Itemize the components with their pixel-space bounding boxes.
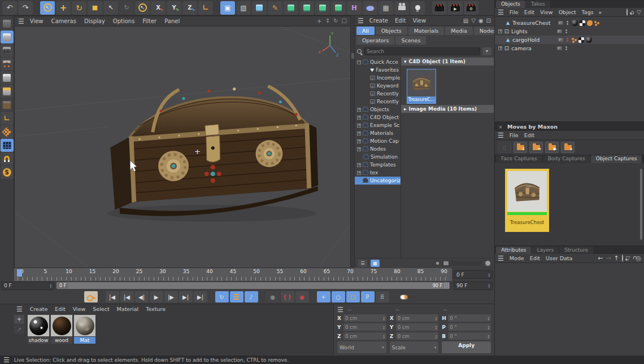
rotate-snap-button[interactable]: ↻ [119, 1, 134, 15]
play-clap-button[interactable]: ▶ [448, 1, 463, 15]
add-cube-button[interactable] [252, 1, 267, 15]
expander-icon[interactable]: + [357, 171, 361, 175]
export-folder-button[interactable]: ↪ [529, 142, 543, 153]
attributes-icon-forward-arrow[interactable]: → [606, 255, 611, 262]
viewport-menu-panel[interactable]: Panel [164, 18, 180, 24]
stepper-icon[interactable]: ▴▾ [488, 283, 490, 288]
attributes-menu-user-data[interactable]: User Data [546, 255, 572, 261]
add-material-button[interactable]: + [14, 315, 24, 324]
om-icon-filter[interactable]: ▽ [637, 9, 641, 15]
attributes-icon-back-arrow[interactable]: ← [598, 255, 603, 262]
material-menu-select[interactable]: Select [93, 306, 109, 312]
play-sound-button[interactable]: ♪ [245, 291, 258, 302]
scale-dropdown[interactable]: Scale▾ [390, 341, 439, 353]
expander-icon[interactable]: + [357, 163, 361, 167]
previous-frame-button[interactable]: ◀| [135, 291, 149, 302]
capture-card[interactable]: TreasureChest [505, 169, 549, 232]
browser-icon-filter[interactable]: ▽ [471, 17, 476, 24]
thumbnail-zoom-slider[interactable] [442, 261, 482, 266]
om-hamburger-icon[interactable]: ☰ [498, 8, 504, 16]
expander-icon[interactable]: + [357, 124, 361, 128]
tree-item-nodes[interactable]: +Nodes [355, 145, 401, 153]
edge-mode-button[interactable] [1, 71, 14, 84]
grid-view-button[interactable]: ▦ [371, 260, 380, 267]
axis-mode-button[interactable]: ∟ [1, 112, 14, 125]
browser-tab-media[interactable]: Media [445, 27, 473, 35]
browser-tab-objects[interactable]: Objects [376, 27, 407, 35]
preview-end-field[interactable]: 90 F ▴▾ [454, 282, 493, 290]
viewport-nav-maximize[interactable]: □ [342, 17, 347, 25]
go-to-start-button[interactable]: |◀ [106, 291, 119, 302]
key-scale-button[interactable]: □ [346, 291, 360, 302]
rotate-tool-button[interactable]: ↻ [72, 1, 86, 15]
expander-icon[interactable]: + [357, 131, 361, 135]
selection-ring-button[interactable]: ↖ [135, 1, 150, 15]
points-tag-icon[interactable] [594, 21, 597, 23]
instance-object-button[interactable] [299, 1, 314, 15]
attributes-menu-edit[interactable]: Edit [530, 255, 540, 261]
stepper-icon[interactable]: ▴▾ [383, 334, 385, 339]
tree-item-motion-cap[interactable]: +Motion Cap [355, 137, 401, 145]
browser-menu-edit[interactable]: Edit [395, 17, 406, 24]
zoom-out-icon[interactable] [436, 262, 439, 265]
stepper-icon[interactable]: ▴▾ [488, 325, 490, 330]
next-key-button[interactable]: ▶| [179, 291, 193, 302]
tweak-mode-button[interactable] [1, 98, 14, 111]
viewport-menu-options[interactable]: Options [113, 18, 135, 24]
polygon-mode-button[interactable] [1, 85, 14, 98]
tree-item-templates[interactable]: +Templates [355, 161, 401, 169]
playhead[interactable] [17, 269, 22, 277]
layer-chip-icon[interactable] [557, 29, 562, 33]
tree-item-example-sc[interactable]: +Example Sc [355, 121, 401, 129]
capsule-button[interactable] [397, 291, 411, 302]
attributes-menu-mode[interactable]: Mode [510, 255, 524, 261]
key-position-button[interactable]: + [317, 291, 330, 302]
browser-icon-monitor[interactable]: ▤ [463, 17, 468, 24]
coordinate-input[interactable]: 0 cm▴▾ [343, 332, 386, 340]
browser-icon-panel[interactable]: ⊡ [486, 17, 491, 24]
play-forward-button[interactable]: ▶ [150, 291, 163, 302]
stepper-icon[interactable]: ▴▾ [436, 325, 437, 330]
moves-scrollbar[interactable] [640, 169, 642, 240]
model-mode-button[interactable] [1, 30, 14, 43]
material-menu-edit[interactable]: Edit [55, 306, 65, 312]
keyframe-bars-button[interactable] [230, 291, 243, 302]
coordinate-input[interactable]: 0 cm▴▾ [396, 332, 439, 340]
coordinate-input[interactable]: 0 cm▴▾ [396, 323, 439, 331]
move-axes-button[interactable]: ↖ [103, 1, 118, 15]
points-tag-icon[interactable] [572, 38, 574, 40]
key-parameter-button[interactable]: P [361, 291, 375, 302]
section-c4d-object[interactable]: ▾ C4D Object (1 Item) [401, 58, 494, 65]
om-icon-search[interactable] [626, 9, 628, 15]
scale-tool-button[interactable]: ■ [88, 1, 102, 15]
stepper-icon[interactable]: ▴▾ [383, 325, 385, 330]
attributes-icon-search[interactable] [622, 255, 623, 261]
om-tab-objects[interactable]: Objects [496, 1, 525, 8]
tree-item-simulation[interactable]: Simulation [355, 153, 401, 161]
attributes-tab-layers[interactable]: Layers [532, 247, 559, 254]
attributes-tab-attributes[interactable]: Attributes [496, 247, 531, 254]
moves-menu-file[interactable]: File [510, 132, 519, 138]
attributes-icon-up-arrow[interactable]: ↑ [613, 255, 619, 262]
lock-x-button[interactable]: X [151, 1, 166, 15]
uv-checker-icon[interactable] [580, 20, 585, 26]
go-to-end-button[interactable]: ▶| [194, 291, 207, 302]
deformer-button[interactable]: ● [363, 1, 377, 15]
tree-item-recently[interactable]: ⌕Recently [355, 98, 401, 106]
attributes-tab-structure[interactable]: Structure [559, 247, 593, 254]
stepper-icon[interactable]: ▴▾ [436, 316, 437, 321]
material-menu-material[interactable]: Material [117, 306, 139, 312]
timeline-ruler[interactable]: 051015202530354045505560657075808590 [14, 268, 452, 281]
workplane-button[interactable]: ∟ [198, 1, 213, 15]
expander-icon[interactable]: + [357, 147, 361, 151]
play-capture-button[interactable]: ▶ [545, 142, 559, 153]
browser-tab-materials[interactable]: Materials [408, 27, 445, 35]
material-mat[interactable]: Mat [74, 315, 95, 354]
om-menu-object[interactable]: Object [559, 9, 576, 15]
coordinate-input[interactable]: 0 cm▴▾ [343, 314, 386, 322]
om-tab-takes[interactable]: Takes [526, 1, 550, 8]
material-sphere-icon[interactable] [586, 37, 592, 43]
undo-button[interactable]: ↶ [2, 1, 17, 15]
coordinate-input[interactable]: 0 cm▴▾ [343, 323, 386, 331]
light-object-button[interactable] [410, 1, 425, 15]
